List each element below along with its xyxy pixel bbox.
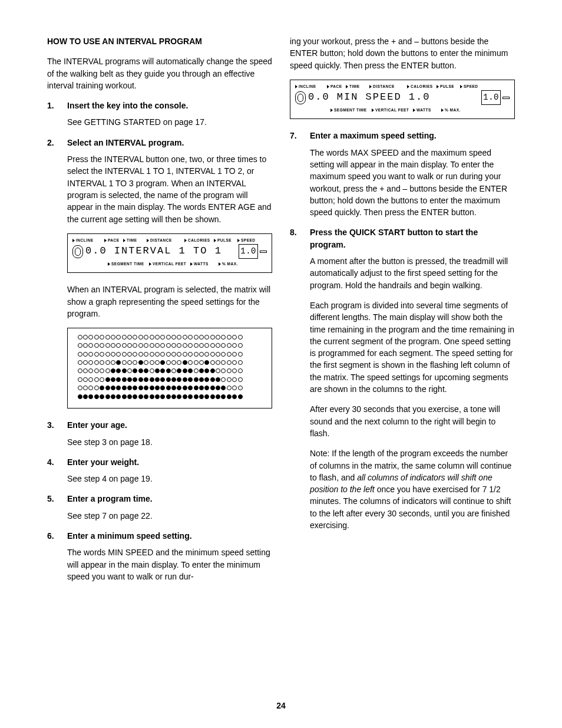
label-pulse-2: PULSE bbox=[440, 84, 454, 88]
label-pct-max-2: % MAX. bbox=[445, 108, 461, 112]
label-pace-2: PACE bbox=[330, 84, 342, 88]
step-3-head: Enter your age. bbox=[67, 419, 127, 431]
label-distance-2: DISTANCE bbox=[373, 84, 395, 88]
step-1: 1. Insert the key into the console. bbox=[47, 100, 272, 111]
label-pulse: PULSE bbox=[217, 238, 232, 242]
step-7-head: Enter a maximum speed setting. bbox=[310, 130, 437, 141]
page-number: 24 bbox=[0, 700, 562, 711]
label-calories-2: CALORIES bbox=[411, 84, 433, 88]
label-segment-time-2: SEGMENT TIME bbox=[334, 108, 366, 112]
step-2-body-text2: When an INTERVAL program is selected, th… bbox=[67, 284, 272, 319]
step-6-body-text: The words MIN SPEED and the minimum spee… bbox=[67, 546, 272, 582]
console-display-minspeed: INCLINE PACE TIME DISTANCE CALORIES PULS… bbox=[290, 80, 515, 119]
step-8-num: 8. bbox=[290, 226, 310, 251]
step-6-head: Enter a minimum speed setting. bbox=[67, 530, 192, 542]
label-speed-2: SPEED bbox=[464, 84, 478, 88]
step-7: 7. Enter a maximum speed setting. bbox=[290, 130, 515, 141]
lcd-speed-box-2: 1.0 bbox=[481, 90, 501, 104]
step-1-body-text: See GETTING STARTED on page 17. bbox=[67, 116, 272, 128]
step-1-head: Insert the key into the console. bbox=[67, 100, 188, 111]
step-3: 3. Enter your age. bbox=[47, 419, 272, 431]
step-5-body-text: See step 7 on page 22. bbox=[67, 510, 272, 522]
step-1-body: See GETTING STARTED on page 17. bbox=[67, 116, 272, 128]
label-pct-max: % MAX. bbox=[222, 262, 238, 266]
right-column: ing your workout, press the + and – butt… bbox=[290, 35, 515, 591]
step-2-head: Select an INTERVAL program. bbox=[67, 137, 184, 149]
step-4-body-text: See step 4 on page 19. bbox=[67, 473, 272, 485]
label-speed: SPEED bbox=[241, 238, 256, 242]
step-5: 5. Enter a program time. bbox=[47, 493, 272, 505]
step-5-num: 5. bbox=[47, 493, 67, 505]
step-3-body-text: See step 3 on page 18. bbox=[67, 436, 272, 448]
step-3-num: 3. bbox=[47, 419, 67, 431]
step-6: 6. Enter a minimum speed setting. bbox=[47, 530, 272, 542]
step-2-body: Press the INTERVAL button one, two, or t… bbox=[67, 153, 272, 409]
step-6-continuation: ing your workout, press the + and – butt… bbox=[290, 35, 515, 71]
label-incline-2: INCLINE bbox=[299, 84, 316, 88]
lcd-main-text: 0.0 INTERVAL 1 TO 1 bbox=[85, 244, 237, 259]
lcd-aux-box-2 bbox=[503, 97, 510, 99]
label-pace: PACE bbox=[108, 238, 120, 242]
step-2-num: 2. bbox=[47, 137, 67, 149]
lcd-main-text-2: 0.0 MIN SPEED 1.0 bbox=[308, 90, 480, 105]
step-8-body-text2: Each program is divided into several tim… bbox=[310, 299, 515, 395]
page-title: HOW TO USE AN INTERVAL PROGRAM bbox=[47, 35, 272, 47]
step-6-num: 6. bbox=[47, 530, 67, 542]
label-time: TIME bbox=[127, 238, 137, 242]
step-4-num: 4. bbox=[47, 456, 67, 468]
label-time-2: TIME bbox=[349, 84, 360, 88]
lcd-aux-box bbox=[260, 251, 267, 253]
step-1-num: 1. bbox=[47, 100, 67, 111]
speed-matrix-display bbox=[67, 328, 272, 409]
step-8-body: A moment after the button is pressed, th… bbox=[310, 255, 515, 531]
step-8-body-text4: Note: If the length of the program excee… bbox=[310, 447, 515, 531]
label-watts: WATTS bbox=[194, 262, 209, 266]
track-icon-2 bbox=[295, 91, 306, 104]
step-4-head: Enter your weight. bbox=[67, 456, 139, 468]
label-watts-2: WATTS bbox=[416, 108, 431, 112]
step-7-body-text: The words MAX SPEED and the maximum spee… bbox=[310, 147, 515, 219]
step-8-body-text3: After every 30 seconds that you exercise… bbox=[310, 403, 515, 439]
lcd-speed-box: 1.0 bbox=[239, 244, 258, 258]
label-distance: DISTANCE bbox=[150, 238, 172, 242]
step-2-body-text1: Press the INTERVAL button one, two, or t… bbox=[67, 153, 272, 225]
step-8: 8. Press the QUICK START button to start… bbox=[290, 226, 515, 251]
intro-text: The INTERVAL programs will automatically… bbox=[47, 55, 272, 91]
step-8-head: Press the QUICK START button to start th… bbox=[310, 226, 515, 251]
track-icon bbox=[72, 245, 83, 258]
step-4: 4. Enter your weight. bbox=[47, 456, 272, 468]
label-vertical-feet-2: VERTICAL FEET bbox=[375, 108, 409, 112]
step-2: 2. Select an INTERVAL program. bbox=[47, 137, 272, 149]
label-calories: CALORIES bbox=[188, 238, 210, 242]
step-5-head: Enter a program time. bbox=[67, 493, 153, 505]
label-incline: INCLINE bbox=[76, 238, 94, 242]
label-vertical-feet: VERTICAL FEET bbox=[153, 262, 186, 266]
step-7-num: 7. bbox=[290, 130, 310, 141]
label-segment-time: SEGMENT TIME bbox=[111, 262, 144, 266]
left-column: HOW TO USE AN INTERVAL PROGRAM The INTER… bbox=[47, 35, 272, 591]
console-display-interval: INCLINE PACE TIME DISTANCE CALORIES PULS… bbox=[67, 233, 272, 273]
step-8-body-text1: A moment after the button is pressed, th… bbox=[310, 255, 515, 291]
